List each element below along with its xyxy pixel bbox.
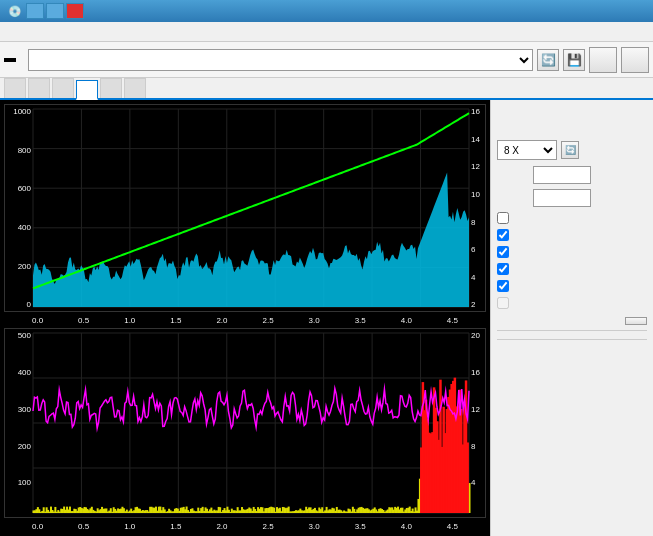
minimize-button[interactable] xyxy=(26,3,44,19)
progress-section xyxy=(497,339,647,347)
refresh-button[interactable]: 🔄 xyxy=(537,49,559,71)
titlebar-icon: 💿 xyxy=(8,5,22,18)
show-jitter-checkbox[interactable] xyxy=(497,263,509,275)
x-axis-bottom: 0.00.5 1.01.5 2.02.5 3.03.5 4.04.5 xyxy=(4,520,486,532)
tabbar xyxy=(0,78,653,100)
tab-disc-quality[interactable] xyxy=(76,80,98,100)
start-mb-input[interactable] xyxy=(533,166,591,184)
tab-disc-info[interactable] xyxy=(52,78,74,98)
show-c2pif-checkbox[interactable] xyxy=(497,246,509,258)
show-write-speed-checkbox xyxy=(497,297,509,309)
advanced-button[interactable] xyxy=(625,317,647,325)
chart-area: 1000 800 600 400 200 0 16 14 12 10 8 6 4… xyxy=(0,100,490,536)
tab-benchmark[interactable] xyxy=(4,78,26,98)
titlebar: 💿 xyxy=(0,0,653,22)
tab-advanced-disc-quality[interactable] xyxy=(100,78,122,98)
speed-refresh-btn[interactable]: 🔄 xyxy=(561,141,579,159)
exit-button[interactable] xyxy=(621,47,649,73)
app-logo xyxy=(4,58,16,62)
show-read-speed-checkbox[interactable] xyxy=(497,280,509,292)
bottom-chart: 500 400 300 200 100 20 16 12 8 4 xyxy=(4,328,486,518)
speed-selector[interactable]: 8 X xyxy=(497,140,557,160)
titlebar-controls xyxy=(26,3,84,19)
tab-scandisc[interactable] xyxy=(124,78,146,98)
top-chart: 1000 800 600 400 200 0 16 14 12 10 8 6 4… xyxy=(4,104,486,312)
start-mb-row xyxy=(497,166,647,184)
end-mb-input[interactable] xyxy=(533,189,591,207)
toolbar: 🔄 💾 xyxy=(0,42,653,78)
save-button[interactable]: 💾 xyxy=(563,49,585,71)
quick-scan-checkbox[interactable] xyxy=(497,212,509,224)
quick-scan-row xyxy=(497,212,647,224)
quality-row xyxy=(497,330,647,334)
end-mb-row xyxy=(497,189,647,207)
right-panel: 8 X 🔄 xyxy=(490,100,653,536)
start-button[interactable] xyxy=(589,47,617,73)
main-content: 1000 800 600 400 200 0 16 14 12 10 8 6 4… xyxy=(0,100,653,536)
show-c1pie-checkbox[interactable] xyxy=(497,229,509,241)
show-jitter-row xyxy=(497,263,647,275)
close-button[interactable] xyxy=(66,3,84,19)
show-c2pif-row xyxy=(497,246,647,258)
tab-create-disc[interactable] xyxy=(28,78,50,98)
maximize-button[interactable] xyxy=(46,3,64,19)
speed-row: 8 X 🔄 xyxy=(497,140,647,160)
menubar xyxy=(0,22,653,42)
show-read-speed-row xyxy=(497,280,647,292)
show-c1pie-row xyxy=(497,229,647,241)
show-write-speed-row xyxy=(497,297,647,309)
drive-selector[interactable] xyxy=(28,49,533,71)
x-axis-top: 0.00.5 1.01.5 2.02.5 3.03.5 4.04.5 xyxy=(4,314,486,326)
